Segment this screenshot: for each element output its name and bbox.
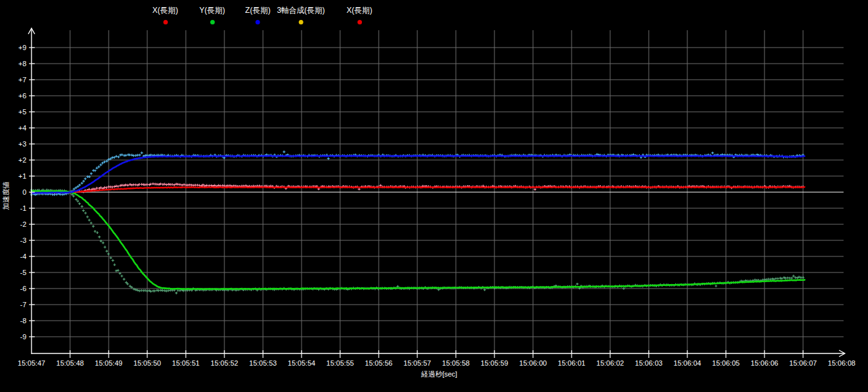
y-tick-label: +8	[18, 60, 26, 67]
x-tick-label: 15:06:07	[790, 359, 817, 367]
x-tick-label: 15:06:02	[597, 359, 624, 367]
y-tick-label: +1	[18, 172, 26, 180]
x-tick-label: 15:05:57	[404, 359, 431, 367]
y-tick-label: -8	[20, 317, 26, 325]
x-tick-label: 15:05:58	[442, 359, 470, 367]
x-tick-label: 15:05:53	[249, 359, 277, 367]
y-tick-label: -1	[20, 204, 26, 212]
x-tick-label: 15:05:54	[288, 359, 316, 367]
x-tick-label: 15:06:04	[674, 359, 701, 367]
y-tick-label: -2	[20, 220, 26, 228]
y-tick-label: +3	[18, 140, 26, 148]
x-tick-label: 15:06:05	[712, 359, 740, 367]
y-tick-label: -4	[20, 253, 26, 260]
acceleration-chart: +9+8+7+6+5+4+3+2+10-1-2-3-4-5-6-7-8-915:…	[0, 0, 868, 392]
y-tick-label: +6	[18, 92, 26, 100]
y-tick-label: +7	[18, 76, 26, 84]
acceleration-monitor-screen: X(長期)Y(長期)Z(長期)3軸合成(長期)X(長期) +9+8+7+6+5+…	[0, 0, 868, 392]
chart-plot-area: +9+8+7+6+5+4+3+2+10-1-2-3-4-5-6-7-8-915:…	[0, 0, 868, 392]
x-tick-label: 15:05:55	[327, 359, 354, 367]
y-tick-label: +5	[18, 108, 26, 116]
x-tick-label: 15:06:06	[751, 359, 779, 367]
y-tick-label: -5	[20, 269, 26, 276]
x-axis-title: 経過秒[sec]	[404, 370, 475, 379]
x-tick-label: 15:05:48	[57, 359, 84, 367]
x-tick-label: 15:06:00	[520, 359, 547, 367]
y-tick-label: +2	[18, 156, 26, 164]
x-tick-label: 15:06:01	[558, 359, 586, 367]
x-tick-label: 15:05:52	[211, 359, 239, 367]
y-tick-label: -9	[20, 333, 26, 341]
y-tick-label: 0	[23, 188, 26, 196]
x-tick-label: 15:06:03	[635, 359, 663, 367]
x-tick-label: 15:05:59	[481, 359, 509, 367]
x-tick-label: 15:05:50	[134, 359, 161, 367]
y-tick-label: -6	[20, 285, 26, 292]
y-tick-label: +9	[18, 44, 26, 51]
y-axis-title: 加速度値	[1, 174, 11, 218]
x-tick-label: 15:05:49	[95, 359, 123, 367]
x-tick-label: 15:06:08	[828, 359, 856, 367]
x-tick-label: 15:05:56	[365, 359, 393, 367]
x-tick-label: 15:05:51	[172, 359, 200, 367]
y-tick-label: +4	[18, 124, 26, 132]
x-tick-label: 15:05:47	[18, 359, 46, 367]
y-tick-label: -7	[20, 301, 26, 308]
y-tick-label: -3	[20, 236, 26, 244]
